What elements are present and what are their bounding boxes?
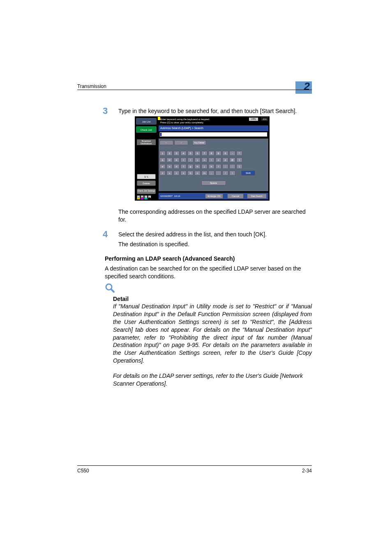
footer-page: 2-34 [302,468,312,474]
key-m[interactable]: m [201,171,208,176]
key-f[interactable]: f [180,164,187,169]
detail-paragraph-1: If "Manual Destination Input" in Utility… [113,303,312,365]
page-counter: 1/ 1 [137,174,156,179]
arrow-right-key[interactable]: → [174,140,188,145]
key-k[interactable]: k [208,164,214,169]
detail-icon [105,283,115,293]
key-h[interactable]: h [194,164,201,169]
section-header: Transmission [77,83,106,89]
subsection-title: Performing an LDAP search (Advanced Sear… [105,255,312,263]
broadcast-destinations[interactable]: Broadcast Destinations [137,139,156,145]
key-1[interactable]: 1 [159,151,166,156]
key-i[interactable]: i [208,157,214,162]
key-w[interactable]: w [166,157,173,162]
key-b[interactable]: b [187,171,194,176]
delete-button[interactable]: Delete [137,180,156,186]
key-z[interactable]: z [159,171,166,176]
key-dot[interactable]: . [215,171,221,176]
key-8[interactable]: 8 [208,151,214,156]
detail-paragraph-2: For details on the LDAP server settings,… [113,372,312,388]
key-0[interactable]: 0 [222,151,228,156]
key-rbracket[interactable]: ] [236,164,242,169]
svg-line-1 [111,289,114,292]
key-v[interactable]: v [180,171,187,176]
key-3[interactable]: 3 [173,151,180,156]
key-y[interactable]: y [194,157,201,162]
header-rule [77,90,312,90]
key-delete[interactable]: Key-Delete [192,140,206,145]
key-u[interactable]: u [201,157,208,162]
key-l[interactable]: l [215,164,221,169]
breadcrumb: Address Search (LDAP) > Search [159,125,268,131]
step-4-text: Select the desired address in the list, … [118,231,312,238]
key-q[interactable]: q [159,157,166,162]
key-p[interactable]: p [222,157,228,162]
key-s[interactable]: s [166,164,173,169]
key-6[interactable]: 6 [194,151,201,156]
search-input[interactable] [159,132,267,137]
key-a[interactable]: a [159,164,166,169]
hint-text: Enter keyword using the keyboard or keyp… [159,117,253,125]
key-row-qwerty: q w e r t y u i o p @ [ [159,157,267,162]
key-semicolon[interactable]: ; [222,164,228,169]
key-c[interactable]: c [173,171,180,176]
counter-display: 000 [261,117,268,120]
key-row-zxcv: z x c v b n m , . / \ Shift [159,171,267,176]
step-4-result: The destination is specified. [118,240,312,248]
footer-rule [77,465,312,466]
key-row-digits: 1 2 3 4 5 6 7 8 9 0 - ^ [159,151,267,156]
arrow-left-key[interactable]: ← [159,140,173,145]
toner-k: K [148,195,151,199]
key-n[interactable]: n [194,171,201,176]
toner-y: Y [137,195,140,199]
key-7[interactable]: 7 [201,151,208,156]
detail-label: Detail [113,295,129,303]
step-3-result: The corresponding addresses on the speci… [118,208,312,224]
key-backslash[interactable]: \ [229,171,235,176]
key-r[interactable]: r [180,157,187,162]
start-search-button[interactable]: Start Search [247,194,267,199]
key-colon[interactable]: : [229,164,235,169]
key-at[interactable]: @ [229,157,235,162]
footer-model: C550 [77,468,89,474]
cancel-button[interactable]: Cancel [227,194,244,199]
hint-line1: Enter keyword using the keyboard or keyp… [160,118,210,120]
check-job-settings[interactable]: Check Job Settings [137,189,156,194]
device-footer: 10/19/2007 14:14 Enlarge ON Cancel Start… [159,193,268,199]
key-x[interactable]: x [166,171,173,176]
key-d[interactable]: d [173,164,180,169]
key-shift[interactable]: Shift [241,171,255,176]
enlarge-button[interactable]: Enlarge ON [205,194,223,199]
utility-button[interactable]: Utility [249,118,258,121]
key-e[interactable]: e [173,157,180,162]
key-4[interactable]: 4 [180,151,187,156]
key-minus[interactable]: - [229,151,235,156]
key-9[interactable]: 9 [215,151,221,156]
job-list-tab[interactable]: Job List [136,118,157,125]
check-job-tab[interactable]: Check Job [136,126,157,133]
toner-m: M [141,195,144,199]
onscreen-keyboard: ← → Key-Delete 1 2 3 4 5 6 7 8 9 0 - ^ q [159,139,268,191]
hint-line2: Press [C] to clear your entry completely… [160,121,204,124]
toner-c: C [144,195,148,199]
toner-levels: Y M C K [137,195,151,199]
step-3-number: 3 [103,106,108,116]
key-j[interactable]: j [201,164,208,169]
footer-datetime: 10/19/2007 14:14 [160,193,180,199]
key-5[interactable]: 5 [187,151,194,156]
key-g[interactable]: g [187,164,194,169]
key-2[interactable]: 2 [166,151,173,156]
device-screenshot: Job List Check Job Broadcast Destination… [135,116,270,201]
subsection-intro: A destination can be searched for on the… [105,265,312,280]
key-comma[interactable]: , [208,171,214,176]
key-row-asdf: a s d f g h j k l ; : ] [159,164,267,169]
key-lbracket[interactable]: [ [236,157,242,162]
key-t[interactable]: t [187,157,194,162]
step-4-number: 4 [103,229,108,240]
key-caret[interactable]: ^ [236,151,242,156]
key-space[interactable]: Space [201,180,226,185]
chapter-number: 2 [304,80,310,93]
key-o[interactable]: o [215,157,221,162]
step-3-text: Type in the keyword to be searched for, … [118,107,312,115]
key-slash[interactable]: / [222,171,228,176]
